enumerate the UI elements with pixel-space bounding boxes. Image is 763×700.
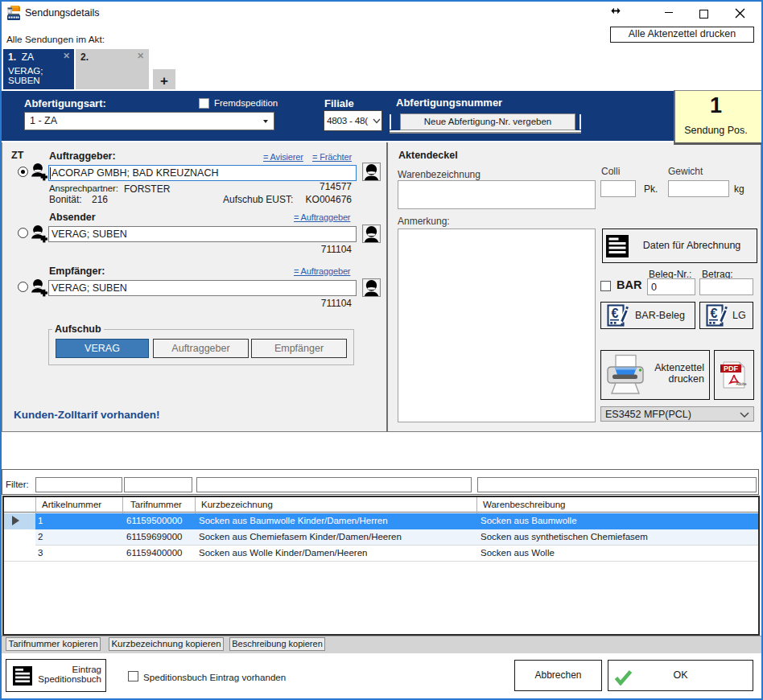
svg-text:Adobe: Adobe: [736, 382, 747, 386]
svg-text:PDF: PDF: [724, 364, 739, 373]
svg-text:€: €: [711, 307, 718, 320]
svg-text:€: €: [612, 307, 619, 320]
